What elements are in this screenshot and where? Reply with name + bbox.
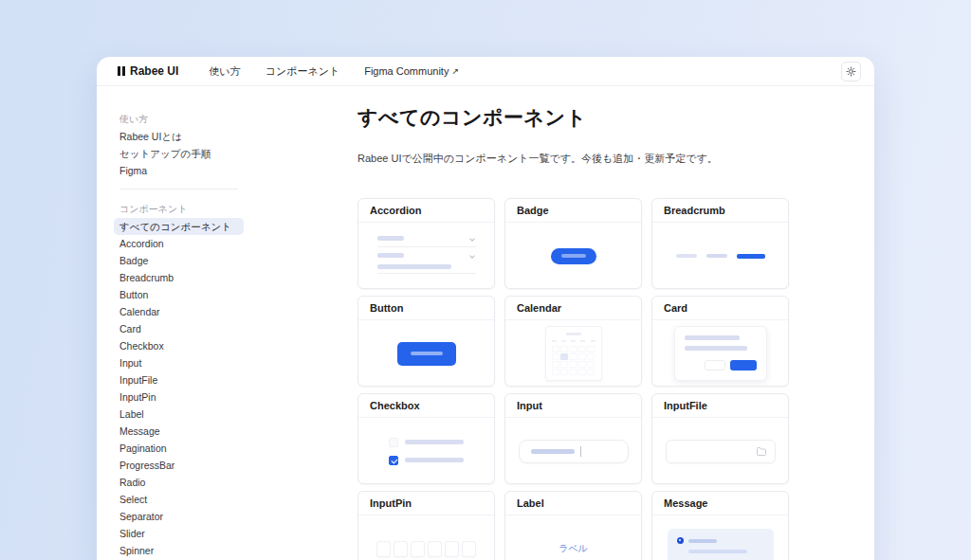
accordion-preview	[377, 234, 476, 278]
nav-link-usage[interactable]: 使い方	[209, 64, 240, 79]
component-card-preview-area	[358, 418, 494, 484]
navbar-links: 使い方コンポーネントFigma Community↗	[209, 64, 459, 79]
component-card-preview-area: ラベル	[505, 515, 641, 560]
page-subtitle: Rabee UIで公開中のコンポーネント一覧です。今後も追加・更新予定です。	[357, 153, 789, 165]
sidebar-section-heading: コンポーネント	[114, 201, 244, 218]
button-preview	[397, 342, 456, 366]
component-card-preview-area	[505, 320, 641, 387]
sidebar-item-accordion[interactable]: Accordion	[114, 235, 244, 252]
breadcrumb-preview	[676, 254, 765, 259]
inputfile-preview	[666, 440, 776, 463]
component-card-title: Input	[505, 394, 641, 418]
component-card-message[interactable]: Message	[651, 491, 789, 560]
component-card-calendar[interactable]: Calendar	[504, 296, 642, 387]
component-card-preview-area	[505, 418, 641, 484]
component-card-input[interactable]: Input	[504, 393, 642, 484]
component-card-breadcrumb[interactable]: Breadcrumb	[651, 198, 789, 289]
component-card-title: Accordion	[358, 199, 494, 223]
chevron-down-icon	[469, 236, 475, 242]
checkbox-checked-icon	[389, 456, 398, 465]
badge-preview	[551, 248, 596, 264]
sidebar-item-card[interactable]: Card	[114, 320, 244, 337]
component-card-label[interactable]: Labelラベル	[504, 491, 642, 560]
sidebar-item-all-components[interactable]: すべてのコンポーネント	[114, 218, 244, 235]
sidebar-item-inputfile[interactable]: InputFile	[114, 371, 244, 388]
sidebar-item-calendar[interactable]: Calendar	[114, 303, 244, 320]
sidebar-item-separator[interactable]: Separator	[114, 508, 244, 525]
sidebar-item-input[interactable]: Input	[114, 354, 244, 371]
sun-icon	[846, 66, 856, 77]
sidebar-item-pagination[interactable]: Pagination	[114, 440, 244, 457]
chevron-down-icon	[469, 253, 475, 259]
page-title: すべてのコンポーネント	[357, 105, 789, 130]
component-card-title: Checkbox	[358, 394, 494, 418]
component-card-preview-area	[652, 223, 788, 289]
component-card-title: InputFile	[652, 394, 788, 418]
nav-link-figma-community[interactable]: Figma Community↗	[364, 64, 459, 79]
component-card-badge[interactable]: Badge	[504, 198, 642, 289]
component-card-inputpin[interactable]: InputPin	[357, 491, 495, 560]
component-card-preview-area	[652, 515, 788, 560]
component-card-title: Message	[652, 492, 788, 515]
inputpin-preview	[376, 541, 476, 557]
sidebar-item-breadcrumb[interactable]: Breadcrumb	[114, 269, 244, 286]
component-card-preview-area	[652, 320, 788, 387]
sidebar-section-heading: 使い方	[114, 111, 244, 128]
component-grid: Accordion BadgeBreadcrumb ButtonCalendar…	[357, 198, 789, 560]
card-preview	[674, 326, 767, 381]
sidebar-separator	[119, 189, 238, 190]
logo-icon	[118, 66, 125, 76]
external-link-icon: ↗	[451, 66, 459, 76]
component-card-title: Breadcrumb	[652, 199, 788, 223]
component-card-title: Label	[505, 492, 641, 515]
component-card-card[interactable]: Card	[651, 296, 789, 387]
sidebar-item-slider[interactable]: Slider	[114, 525, 244, 542]
component-card-preview-area	[358, 223, 494, 289]
component-card-button[interactable]: Button	[357, 296, 495, 387]
component-card-title: InputPin	[358, 492, 494, 515]
input-preview	[519, 440, 629, 463]
calendar-preview	[545, 326, 602, 381]
checkbox-unchecked-icon	[389, 438, 398, 447]
navbar: Rabee UI 使い方コンポーネントFigma Community↗	[97, 57, 874, 86]
component-card-preview-area	[505, 223, 641, 289]
logo[interactable]: Rabee UI	[118, 64, 178, 78]
sidebar-item-rabee-ui-about[interactable]: Rabee UIとは	[114, 128, 244, 145]
sidebar-item-spinner[interactable]: Spinner	[114, 542, 244, 559]
sidebar-item-inputpin[interactable]: InputPin	[114, 388, 244, 406]
message-preview	[668, 529, 774, 560]
folder-icon	[756, 446, 767, 457]
component-card-title: Calendar	[505, 297, 641, 320]
component-card-title: Card	[652, 297, 788, 320]
app-window: Rabee UI 使い方コンポーネントFigma Community↗ 使い方R…	[97, 57, 874, 560]
content-area: 使い方Rabee UIとはセットアップの手順Figmaコンポーネントすべてのコン…	[97, 86, 874, 560]
checkbox-preview	[389, 438, 464, 465]
text-cursor	[580, 446, 581, 457]
sidebar: 使い方Rabee UIとはセットアップの手順Figmaコンポーネントすべてのコン…	[114, 86, 244, 560]
main-content: すべてのコンポーネント Rabee UIで公開中のコンポーネント一覧です。今後も…	[357, 86, 789, 560]
component-card-inputfile[interactable]: InputFile	[651, 393, 789, 484]
component-card-preview-area	[652, 418, 788, 484]
sidebar-item-progressbar[interactable]: ProgressBar	[114, 457, 244, 474]
sidebar-item-checkbox[interactable]: Checkbox	[114, 337, 244, 354]
logo-text: Rabee UI	[130, 64, 178, 78]
sidebar-item-badge[interactable]: Badge	[114, 252, 244, 269]
sidebar-item-button[interactable]: Button	[114, 286, 244, 303]
component-card-preview-area	[358, 515, 494, 560]
sidebar-item-select[interactable]: Select	[114, 491, 244, 508]
sidebar-item-figma[interactable]: Figma	[114, 162, 244, 179]
theme-toggle-button[interactable]	[841, 62, 861, 81]
component-card-checkbox[interactable]: Checkbox	[357, 393, 495, 484]
component-card-preview-area	[358, 320, 494, 387]
sidebar-item-message[interactable]: Message	[114, 423, 244, 440]
component-card-title: Button	[358, 297, 494, 320]
component-card-title: Badge	[505, 199, 641, 223]
sidebar-item-setup-guide[interactable]: セットアップの手順	[114, 145, 244, 162]
label-preview: ラベル	[559, 542, 588, 555]
sidebar-item-label[interactable]: Label	[114, 406, 244, 423]
info-icon	[677, 537, 684, 544]
component-card-accordion[interactable]: Accordion	[357, 198, 495, 289]
nav-link-components[interactable]: コンポーネント	[266, 64, 340, 79]
sidebar-item-radio[interactable]: Radio	[114, 474, 244, 491]
